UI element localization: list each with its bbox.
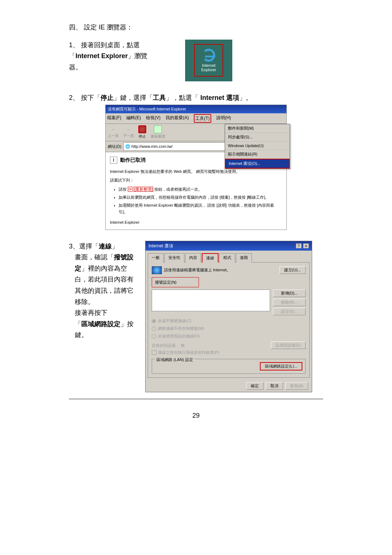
tools-dropdown: 郵件和新聞(M) 同步處理(S)... Windows Update(U) 顯示… <box>225 124 290 169</box>
refresh-button[interactable]: 重新整理 <box>151 125 165 139</box>
address-label: 網址(D) <box>108 143 121 150</box>
menu-item-windows-update[interactable]: Windows Update(U) <box>225 142 290 150</box>
step2-num: 2、 <box>69 94 79 101</box>
forward-button[interactable]: →下一頁 <box>123 126 134 139</box>
ie-logo-icon <box>202 49 215 62</box>
ok-button[interactable]: 確定 <box>246 382 264 390</box>
divider <box>69 399 323 399</box>
error-p2: 請嘗試下列： <box>110 177 282 184</box>
refresh-icon <box>154 125 162 133</box>
window-titlebar: 沒有網頁可顯示 - Microsoft Internet Explorer <box>106 105 286 113</box>
dialog-titlebar: Internet 選項 ? ✕ <box>146 241 312 251</box>
page-number: 29 <box>69 410 323 421</box>
menu-item-internet-options[interactable]: Internet 選項(O)... <box>225 159 290 169</box>
step1-num: 1、 <box>69 41 79 49</box>
setup-button[interactable]: 建立(U)... <box>279 266 306 274</box>
menu-file[interactable]: 檔案(F) <box>107 114 121 123</box>
menu-tools[interactable]: 工具(T) <box>194 114 211 123</box>
menu-item-sync[interactable]: 同步處理(S)... <box>225 133 290 142</box>
security-check-checkbox[interactable]: 連線之前先執行系統安全性檢查(P) <box>152 349 306 356</box>
internet-options-dialog: Internet 選項 ? ✕ 一般 安全性 內容 連線 程式 進階 請使用連線… <box>145 241 312 393</box>
step-1: 1、 接著回到桌面，點選「Internet Explorer」瀏覽器。 Inte… <box>69 40 323 81</box>
conn-wizard-text: 請使用連線精靈將電腦連上 Internet。 <box>164 267 230 274</box>
back-button[interactable]: ←上一頁 <box>108 126 119 139</box>
error-li2: 如果以前瀏覽此網頁，但想檢視儲存在電腦的內容，請按 [檔案]，然後按 [離線工作… <box>119 194 282 201</box>
dial-radio-group: 永遠不撥號連線(C) 網路連線不存在時撥號(W) 永遠使用預設的連線(O) <box>152 317 306 339</box>
error-li1: 請按 ⟳ [重新整理] 按鈕，或者稍後再試一次。 <box>119 186 282 193</box>
menu-item-mail[interactable]: 郵件和新聞(M) <box>225 124 290 133</box>
desktop-icon-area: Internet Explorer <box>185 40 232 81</box>
toolbar: ←上一頁 →下一頁 停止 重新整理 郵件和新聞(M) 同步處理(S)... Wi… <box>106 124 286 141</box>
ie-browser-window: 沒有網頁可顯示 - Microsoft Internet Explorer 檔案… <box>105 105 287 230</box>
set-default-button[interactable]: 設成預設值(E) <box>271 341 306 349</box>
tab-connections[interactable]: 連線 <box>202 253 219 263</box>
error-p1: Internet Explorer 無法連結您要求的 Web 網頁。 網頁可能暫… <box>110 168 282 175</box>
lan-settings-button[interactable]: 區域網路設定(L)... <box>260 362 302 370</box>
radio-always-dial[interactable]: 永遠使用預設的連線(O) <box>152 333 306 340</box>
settings-button[interactable]: 設定(S)... <box>273 308 306 315</box>
step-3: 3、選擇「連線」 畫面，確認「撥號設定」裡的內容為空白，若此項目內容有其他的資訊… <box>69 241 323 393</box>
tab-security[interactable]: 安全性 <box>164 253 184 263</box>
section-title: 四、 設定 IE 瀏覽器： <box>69 22 323 33</box>
step1-bold: Internet Explorer <box>75 52 128 60</box>
stop-icon <box>138 125 146 133</box>
remove-button[interactable]: 移除(R)... <box>273 299 306 306</box>
radio-dial-when-no-net[interactable]: 網路連線不存在時撥號(W) <box>152 325 306 332</box>
menu-bar: 檔案(F) 編輯(E) 檢視(V) 我的最愛(A) 工具(T) 說明(H) <box>106 113 286 124</box>
tab-programs[interactable]: 程式 <box>219 253 235 263</box>
tab-strip: 一般 安全性 內容 連線 程式 進階 <box>146 251 312 262</box>
globe-icon <box>152 266 162 274</box>
info-icon: i <box>110 157 117 164</box>
ie-desktop-icon[interactable]: Internet Explorer <box>194 44 223 77</box>
menu-help[interactable]: 說明(H) <box>216 114 231 123</box>
cancel-button[interactable]: 取消 <box>266 382 283 390</box>
lan-legend: 區域網路 (LAN) 設定 <box>155 356 195 363</box>
apply-button[interactable]: 套用(A) <box>285 382 308 390</box>
menu-view[interactable]: 檢視(V) <box>146 114 160 123</box>
menu-item-related[interactable]: 顯示相關連結(R) <box>225 150 290 159</box>
error-footer: Internet Explorer <box>110 219 282 226</box>
tab-general[interactable]: 一般 <box>148 253 164 263</box>
tab-content[interactable]: 內容 <box>185 253 201 263</box>
close-button[interactable]: ✕ <box>303 243 309 248</box>
lan-settings-group: 區域網路 (LAN) 設定 區域網路設定(L)... <box>152 359 306 374</box>
cancelled-title: 動作已取消 <box>120 156 146 165</box>
menu-edit[interactable]: 編輯(E) <box>126 114 141 123</box>
add-button[interactable]: 新增(D)... <box>273 289 306 297</box>
help-button[interactable]: ? <box>296 243 302 248</box>
error-li3: 如需關於使用 Internet Explorer 離線瀏覽的資訊， 請按 [說明… <box>119 202 282 215</box>
step-2: 2、 按下「停止」鍵，選擇「工具」，點選「 Internet 選項」。 沒有網頁… <box>69 92 323 230</box>
menu-favorites[interactable]: 我的最愛(A) <box>166 114 189 123</box>
tab-advanced[interactable]: 進階 <box>236 253 252 263</box>
dialup-settings-label: 撥號設定(N) <box>152 277 199 288</box>
step3-num: 3、 <box>69 243 79 250</box>
stop-button[interactable]: 停止 <box>138 125 146 139</box>
dialup-listbox[interactable] <box>152 289 270 311</box>
current-default-label: 目前的預設值： 無 <box>152 342 185 349</box>
radio-never-dial[interactable]: 永遠不撥號連線(C) <box>152 317 306 324</box>
